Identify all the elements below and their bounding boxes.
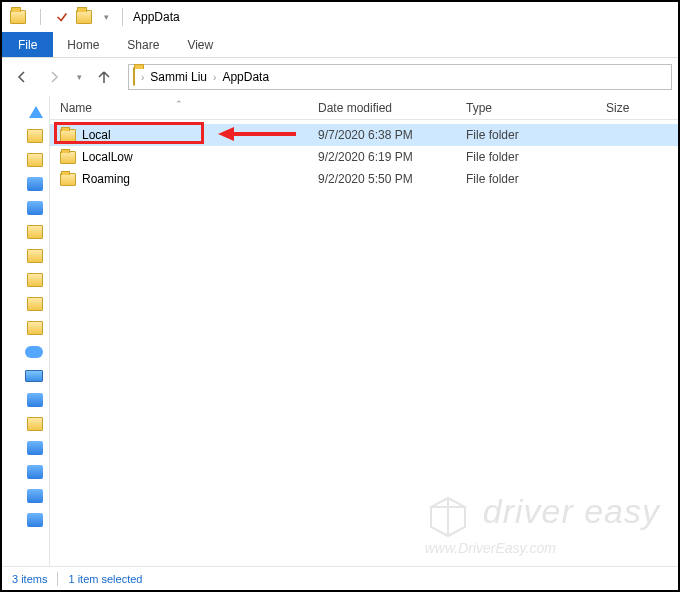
column-size[interactable]: Size bbox=[596, 101, 678, 115]
forward-button[interactable] bbox=[40, 64, 68, 90]
folder-icon bbox=[27, 465, 43, 479]
chevron-right-icon[interactable]: › bbox=[141, 72, 144, 83]
explorer-window: ▾ AppData File Home Share View ▾ › Sammi… bbox=[0, 0, 680, 592]
sidebar-item[interactable] bbox=[4, 174, 47, 194]
list-item[interactable]: LocalLow 9/2/2020 6:19 PM File folder bbox=[50, 146, 678, 168]
sidebar-item[interactable] bbox=[4, 366, 47, 386]
sidebar-item[interactable] bbox=[4, 150, 47, 170]
column-name[interactable]: Name ⌃ bbox=[50, 101, 308, 115]
this-pc-icon bbox=[25, 370, 43, 382]
file-list[interactable]: Local 9/7/2020 6:38 PM File folder Local… bbox=[50, 120, 678, 566]
folder-icon bbox=[27, 225, 43, 239]
item-date: 9/2/2020 6:19 PM bbox=[308, 150, 456, 164]
title-bar: ▾ AppData bbox=[2, 2, 678, 32]
folder-icon bbox=[60, 173, 76, 186]
quick-access-icon bbox=[29, 106, 43, 118]
item-type: File folder bbox=[456, 150, 596, 164]
folder-icon bbox=[74, 7, 94, 27]
folder-icon bbox=[27, 129, 43, 143]
item-name: Local bbox=[82, 128, 111, 142]
folder-icon bbox=[27, 153, 43, 167]
item-type: File folder bbox=[456, 172, 596, 186]
address-bar[interactable]: › Sammi Liu › AppData bbox=[128, 64, 672, 90]
breadcrumb-segment[interactable]: AppData bbox=[222, 70, 269, 84]
folder-icon bbox=[133, 68, 135, 86]
sidebar-item[interactable] bbox=[4, 222, 47, 242]
sidebar-item[interactable] bbox=[4, 390, 47, 410]
sort-ascending-icon: ⌃ bbox=[175, 99, 183, 109]
folder-icon bbox=[27, 393, 43, 407]
sidebar-item[interactable] bbox=[4, 102, 47, 122]
chevron-right-icon[interactable]: › bbox=[213, 72, 216, 83]
qat-dropdown-icon[interactable]: ▾ bbox=[96, 7, 116, 27]
window-title: AppData bbox=[133, 10, 180, 24]
folder-icon bbox=[27, 417, 43, 431]
tab-home[interactable]: Home bbox=[53, 32, 113, 57]
folder-icon bbox=[27, 177, 43, 191]
folder-icon bbox=[27, 441, 43, 455]
tab-share[interactable]: Share bbox=[113, 32, 173, 57]
sidebar-item[interactable] bbox=[4, 486, 47, 506]
recent-dropdown-icon[interactable]: ▾ bbox=[72, 64, 86, 90]
folder-icon bbox=[27, 249, 43, 263]
status-bar: 3 items 1 item selected bbox=[2, 566, 678, 590]
navigation-pane[interactable] bbox=[2, 96, 50, 566]
content-pane: Name ⌃ Date modified Type Size Local 9/7… bbox=[50, 96, 678, 566]
folder-icon bbox=[27, 321, 43, 335]
item-name: LocalLow bbox=[82, 150, 133, 164]
folder-icon bbox=[27, 201, 43, 215]
column-type[interactable]: Type bbox=[456, 101, 596, 115]
column-date-modified[interactable]: Date modified bbox=[308, 101, 456, 115]
folder-icon bbox=[27, 297, 43, 311]
item-type: File folder bbox=[456, 128, 596, 142]
breadcrumb-segment[interactable]: Sammi Liu bbox=[150, 70, 207, 84]
qat-separator bbox=[30, 7, 50, 27]
folder-icon bbox=[27, 489, 43, 503]
sidebar-item[interactable] bbox=[4, 462, 47, 482]
item-date: 9/7/2020 6:38 PM bbox=[308, 128, 456, 142]
folder-icon bbox=[60, 129, 76, 142]
up-button[interactable] bbox=[90, 64, 118, 90]
file-tab[interactable]: File bbox=[2, 32, 53, 57]
navigation-bar: ▾ › Sammi Liu › AppData bbox=[2, 58, 678, 96]
folder-icon bbox=[60, 151, 76, 164]
item-name: Roaming bbox=[82, 172, 130, 186]
tab-view[interactable]: View bbox=[173, 32, 227, 57]
back-button[interactable] bbox=[8, 64, 36, 90]
list-item[interactable]: Local 9/7/2020 6:38 PM File folder bbox=[50, 124, 678, 146]
sidebar-item[interactable] bbox=[4, 342, 47, 362]
folder-icon bbox=[27, 513, 43, 527]
column-header: Name ⌃ Date modified Type Size bbox=[50, 96, 678, 120]
column-name-label: Name bbox=[60, 101, 92, 115]
sidebar-item[interactable] bbox=[4, 438, 47, 458]
sidebar-item[interactable] bbox=[4, 126, 47, 146]
ribbon-tabs: File Home Share View bbox=[2, 32, 678, 58]
sidebar-item[interactable] bbox=[4, 270, 47, 290]
onedrive-icon bbox=[25, 346, 43, 358]
sidebar-item[interactable] bbox=[4, 294, 47, 314]
sidebar-item[interactable] bbox=[4, 198, 47, 218]
sidebar-item[interactable] bbox=[4, 414, 47, 434]
properties-icon[interactable] bbox=[52, 7, 72, 27]
sidebar-item[interactable] bbox=[4, 318, 47, 338]
folder-icon bbox=[8, 7, 28, 27]
folder-icon bbox=[27, 273, 43, 287]
status-item-count: 3 items bbox=[12, 573, 47, 585]
item-date: 9/2/2020 5:50 PM bbox=[308, 172, 456, 186]
sidebar-item[interactable] bbox=[4, 246, 47, 266]
list-item[interactable]: Roaming 9/2/2020 5:50 PM File folder bbox=[50, 168, 678, 190]
sidebar-item[interactable] bbox=[4, 510, 47, 530]
status-selection: 1 item selected bbox=[68, 573, 142, 585]
